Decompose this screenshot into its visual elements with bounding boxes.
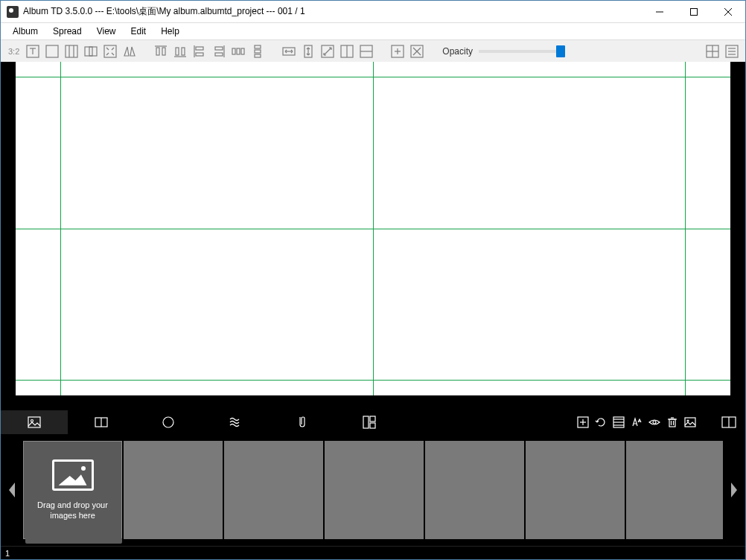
svg-line-50 bbox=[413, 48, 421, 55]
trash-icon[interactable] bbox=[665, 415, 680, 430]
strip-prev-button[interactable] bbox=[1, 434, 23, 546]
window-title: Album TD 3.5.0.0 --- E:\tools\桌面\My albu… bbox=[23, 5, 643, 18]
columns-icon[interactable] bbox=[63, 42, 80, 60]
menu-help[interactable]: Help bbox=[153, 25, 187, 38]
thumbnail-slot[interactable] bbox=[224, 441, 323, 539]
svg-rect-33 bbox=[255, 45, 261, 48]
svg-rect-13 bbox=[104, 45, 116, 57]
minimize-button[interactable] bbox=[643, 1, 677, 23]
align-top-icon[interactable] bbox=[152, 42, 170, 60]
add-cell-icon[interactable] bbox=[389, 42, 407, 60]
image-icon[interactable] bbox=[683, 415, 698, 430]
opacity-label: Opacity bbox=[442, 46, 473, 57]
svg-rect-64 bbox=[363, 416, 369, 428]
align-bottom-icon[interactable] bbox=[171, 42, 189, 60]
spread-canvas[interactable] bbox=[16, 62, 730, 395]
aspect-ratio-label[interactable]: 3:2 bbox=[5, 47, 22, 56]
opacity-control: Opacity bbox=[442, 46, 561, 57]
maximize-button[interactable] bbox=[677, 1, 711, 23]
opacity-slider[interactable] bbox=[479, 50, 561, 53]
gradient-icon[interactable] bbox=[611, 415, 626, 430]
svg-rect-29 bbox=[215, 53, 223, 56]
split-h-icon[interactable] bbox=[357, 42, 375, 60]
svg-rect-1 bbox=[691, 8, 698, 15]
svg-rect-44 bbox=[360, 45, 372, 57]
tab-layouts[interactable] bbox=[336, 410, 403, 434]
svg-point-74 bbox=[653, 421, 656, 424]
tab-masks[interactable] bbox=[135, 410, 202, 434]
svg-rect-11 bbox=[85, 47, 92, 56]
align-right-icon[interactable] bbox=[210, 42, 228, 60]
drop-zone[interactable]: Drag and drop your images here bbox=[23, 441, 122, 539]
expand-diag-icon[interactable] bbox=[319, 42, 337, 60]
menu-spread[interactable]: Spread bbox=[45, 25, 89, 38]
split-v-icon[interactable] bbox=[338, 42, 356, 60]
preview-icon[interactable] bbox=[647, 415, 662, 430]
opacity-thumb[interactable] bbox=[556, 45, 565, 57]
drop-zone-text: Drag and drop your images here bbox=[28, 500, 117, 521]
svg-point-81 bbox=[687, 420, 689, 421]
thumbnail-slot[interactable] bbox=[124, 441, 223, 539]
window-controls bbox=[643, 1, 745, 23]
svg-rect-26 bbox=[196, 53, 203, 56]
font-icon[interactable] bbox=[629, 415, 644, 430]
svg-line-17 bbox=[112, 53, 114, 55]
add-icon[interactable] bbox=[576, 415, 590, 430]
menu-edit[interactable]: Edit bbox=[124, 25, 154, 38]
canvas-area[interactable] bbox=[1, 62, 745, 410]
svg-rect-80 bbox=[685, 418, 695, 427]
svg-rect-49 bbox=[411, 45, 423, 57]
dist-v-icon[interactable] bbox=[249, 42, 267, 60]
svg-rect-52 bbox=[707, 45, 718, 57]
svg-rect-30 bbox=[232, 48, 235, 54]
align-left-icon[interactable] bbox=[191, 42, 208, 60]
thumbnail-strip: Drag and drop your images here bbox=[1, 434, 745, 546]
svg-rect-46 bbox=[392, 45, 404, 57]
stretch-h-icon[interactable] bbox=[280, 42, 298, 60]
tab-images[interactable] bbox=[1, 410, 68, 434]
grid-icon[interactable] bbox=[704, 42, 721, 60]
tab-backgrounds[interactable] bbox=[202, 410, 269, 434]
thumbnail-slot[interactable] bbox=[325, 441, 424, 539]
bottom-tabs bbox=[1, 410, 745, 434]
svg-rect-34 bbox=[255, 50, 261, 53]
notes-icon[interactable] bbox=[723, 42, 741, 60]
svg-rect-42 bbox=[341, 45, 353, 57]
svg-rect-66 bbox=[370, 423, 375, 428]
menu-album[interactable]: Album bbox=[5, 25, 45, 38]
strip-next-button[interactable] bbox=[723, 434, 745, 546]
svg-rect-20 bbox=[162, 48, 165, 55]
refresh-icon[interactable] bbox=[593, 415, 608, 430]
tab-clipart[interactable] bbox=[269, 410, 336, 434]
toolbar: 3:2 Opacity bbox=[1, 39, 745, 62]
svg-point-60 bbox=[31, 420, 34, 422]
dist-h-icon[interactable] bbox=[229, 42, 247, 60]
svg-rect-65 bbox=[370, 416, 375, 421]
status-page: 1 bbox=[5, 549, 10, 558]
image-placeholder-icon bbox=[52, 459, 94, 491]
svg-rect-4 bbox=[27, 45, 39, 57]
svg-rect-59 bbox=[28, 417, 40, 427]
menu-view[interactable]: View bbox=[89, 25, 124, 38]
tab-spreads[interactable] bbox=[68, 410, 135, 434]
bottom-tools bbox=[576, 415, 704, 430]
menu-bar: Album Spread View Edit Help bbox=[1, 23, 745, 39]
svg-rect-36 bbox=[283, 48, 295, 55]
flip-icon[interactable] bbox=[121, 42, 138, 60]
svg-line-14 bbox=[106, 48, 109, 50]
svg-rect-31 bbox=[237, 48, 240, 54]
close-button[interactable] bbox=[711, 1, 745, 23]
overlap-icon[interactable] bbox=[82, 42, 100, 60]
scroll-handle[interactable] bbox=[25, 538, 122, 544]
text-tool-icon[interactable] bbox=[24, 42, 42, 60]
remove-cell-icon[interactable] bbox=[408, 42, 426, 60]
spread-thumbnail-icon[interactable] bbox=[712, 410, 745, 434]
thumbnail-slot[interactable] bbox=[526, 441, 625, 539]
svg-rect-35 bbox=[255, 54, 261, 57]
stretch-v-icon[interactable] bbox=[299, 42, 317, 60]
thumbnail-slot[interactable] bbox=[425, 441, 524, 539]
single-frame-icon[interactable] bbox=[43, 42, 61, 60]
title-bar: Album TD 3.5.0.0 --- E:\tools\桌面\My albu… bbox=[1, 1, 745, 23]
thumbnail-slot[interactable] bbox=[626, 441, 723, 539]
fit-corners-icon[interactable] bbox=[101, 42, 119, 60]
